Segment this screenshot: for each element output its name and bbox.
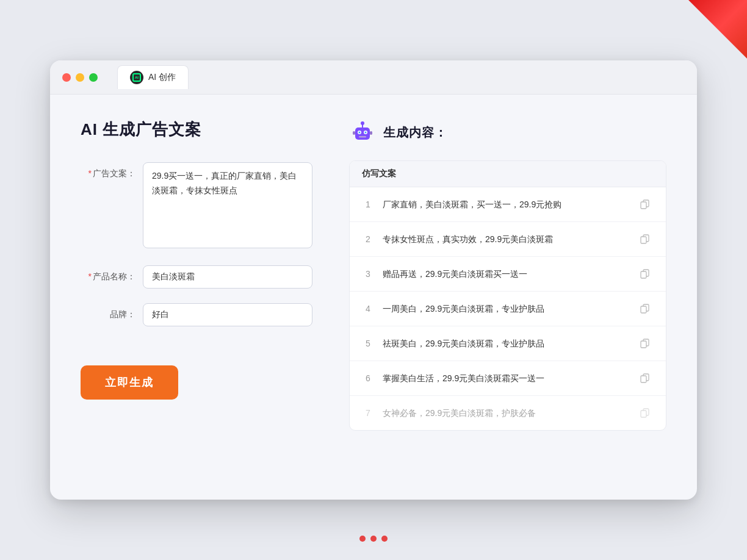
product-name-label: *产品名称： xyxy=(81,265,135,282)
result-num-5: 5 xyxy=(362,339,374,348)
browser-window: AI 创作 AI 生成广告文案 *广告文案： 29.9买一送一，真正的厂家直销，… xyxy=(50,60,697,500)
result-num-3: 3 xyxy=(362,269,374,279)
traffic-light-red[interactable] xyxy=(62,73,71,82)
tab-area: AI 创作 xyxy=(117,65,189,89)
result-row-6: 6 掌握美白生活，29.9元美白淡斑霜买一送一 xyxy=(350,361,666,396)
result-text-1: 厂家直销，美白淡斑霜，买一送一，29.9元抢购 xyxy=(383,198,628,211)
results-table-header: 仿写文案 xyxy=(350,161,666,187)
result-title: 生成内容： xyxy=(383,124,447,141)
bottom-dot-2 xyxy=(370,536,377,542)
result-text-4: 一周美白，29.9元美白淡斑霜，专业护肤品 xyxy=(383,303,628,315)
svg-rect-19 xyxy=(641,341,646,348)
product-name-input-area xyxy=(143,265,312,289)
result-num-2: 2 xyxy=(362,234,374,244)
page-title: AI 生成广告文案 xyxy=(81,119,312,140)
bottom-dot-1 xyxy=(359,536,366,542)
ad-copy-textarea[interactable]: 29.9买一送一，真正的厂家直销，美白淡斑霜，专抹女性斑点 xyxy=(143,162,312,248)
result-text-6: 掌握美白生活，29.9元美白淡斑霜买一送一 xyxy=(383,372,628,385)
ad-copy-input-area: 29.9买一送一，真正的厂家直销，美白淡斑霜，专抹女性斑点 xyxy=(143,162,312,251)
required-star-product: * xyxy=(88,271,92,281)
traffic-lights xyxy=(62,73,98,82)
results-table: 仿写文案 1 厂家直销，美白淡斑霜，买一送一，29.9元抢购 2 专抹女性斑点，… xyxy=(349,160,666,431)
ai-icon-inner xyxy=(132,73,141,82)
main-content: AI 生成广告文案 *广告文案： 29.9买一送一，真正的厂家直销，美白淡斑霜，… xyxy=(50,95,697,497)
result-row-3: 3 赠品再送，29.9元美白淡斑霜买一送一 xyxy=(350,257,666,292)
copy-button-2[interactable] xyxy=(637,231,654,248)
copy-icon-2 xyxy=(640,234,650,244)
copy-button-6[interactable] xyxy=(637,370,654,387)
copy-icon-4 xyxy=(640,304,650,314)
svg-rect-9 xyxy=(370,131,372,135)
brand-label: 品牌： xyxy=(81,303,135,320)
result-header: 生成内容： xyxy=(349,119,666,146)
copy-button-7[interactable] xyxy=(637,404,654,422)
svg-point-7 xyxy=(361,121,364,125)
right-panel: 生成内容： 仿写文案 1 厂家直销，美白淡斑霜，买一送一，29.9元抢购 xyxy=(349,119,666,473)
copy-button-4[interactable] xyxy=(637,300,654,317)
brand-input-area xyxy=(143,303,312,326)
title-bar: AI 创作 xyxy=(50,60,697,95)
result-text-5: 祛斑美白，29.9元美白淡斑霜，专业护肤品 xyxy=(383,337,628,350)
ai-tab-icon xyxy=(130,71,143,84)
svg-rect-17 xyxy=(641,306,646,313)
result-row-5: 5 祛斑美白，29.9元美白淡斑霜，专业护肤品 xyxy=(350,326,666,361)
result-num-4: 4 xyxy=(362,304,374,314)
form-group-ad-copy: *广告文案： 29.9买一送一，真正的厂家直销，美白淡斑霜，专抹女性斑点 xyxy=(81,162,312,251)
traffic-light-yellow[interactable] xyxy=(76,73,84,82)
traffic-light-green[interactable] xyxy=(89,73,98,82)
ad-copy-label: *广告文案： xyxy=(81,162,135,179)
required-star-ad-copy: * xyxy=(88,168,92,178)
svg-point-3 xyxy=(359,132,361,134)
copy-icon-5 xyxy=(640,339,650,348)
tab-ai-creation[interactable]: AI 创作 xyxy=(117,65,189,89)
svg-rect-5 xyxy=(359,136,366,138)
svg-rect-23 xyxy=(641,411,646,417)
copy-icon-1 xyxy=(640,199,650,209)
svg-rect-15 xyxy=(641,271,646,278)
result-num-1: 1 xyxy=(362,199,374,209)
copy-icon-7 xyxy=(640,408,650,418)
form-group-product-name: *产品名称： xyxy=(81,265,312,289)
bottom-dot-3 xyxy=(381,536,388,542)
result-text-3: 赠品再送，29.9元美白淡斑霜买一送一 xyxy=(383,268,628,281)
result-num-7: 7 xyxy=(362,408,374,418)
copy-button-5[interactable] xyxy=(637,335,654,352)
bottom-decoration xyxy=(359,536,388,542)
result-text-7: 女神必备，29.9元美白淡斑霜，护肤必备 xyxy=(383,407,628,420)
generate-button[interactable]: 立即生成 xyxy=(81,365,178,400)
copy-icon-3 xyxy=(640,269,650,279)
svg-rect-8 xyxy=(353,131,355,135)
result-row-1: 1 厂家直销，美白淡斑霜，买一送一，29.9元抢购 xyxy=(350,187,666,222)
copy-button-1[interactable] xyxy=(637,196,654,213)
copy-button-3[interactable] xyxy=(637,265,654,282)
brand-input[interactable] xyxy=(143,303,312,326)
left-panel: AI 生成广告文案 *广告文案： 29.9买一送一，真正的厂家直销，美白淡斑霜，… xyxy=(81,119,312,473)
tab-label: AI 创作 xyxy=(148,72,176,83)
svg-rect-13 xyxy=(641,237,646,243)
result-row-7: 7 女神必备，29.9元美白淡斑霜，护肤必备 xyxy=(350,396,666,430)
svg-point-4 xyxy=(365,132,367,134)
form-group-brand: 品牌： xyxy=(81,303,312,326)
product-name-input[interactable] xyxy=(143,265,312,289)
copy-icon-6 xyxy=(640,373,650,383)
result-text-2: 专抹女性斑点，真实功效，29.9元美白淡斑霜 xyxy=(383,233,628,246)
result-row-2: 2 专抹女性斑点，真实功效，29.9元美白淡斑霜 xyxy=(350,222,666,257)
result-num-6: 6 xyxy=(362,373,374,383)
svg-rect-0 xyxy=(355,127,370,140)
svg-rect-21 xyxy=(641,376,646,382)
svg-rect-11 xyxy=(641,202,646,209)
robot-icon xyxy=(349,119,376,146)
result-row-4: 4 一周美白，29.9元美白淡斑霜，专业护肤品 xyxy=(350,292,666,326)
